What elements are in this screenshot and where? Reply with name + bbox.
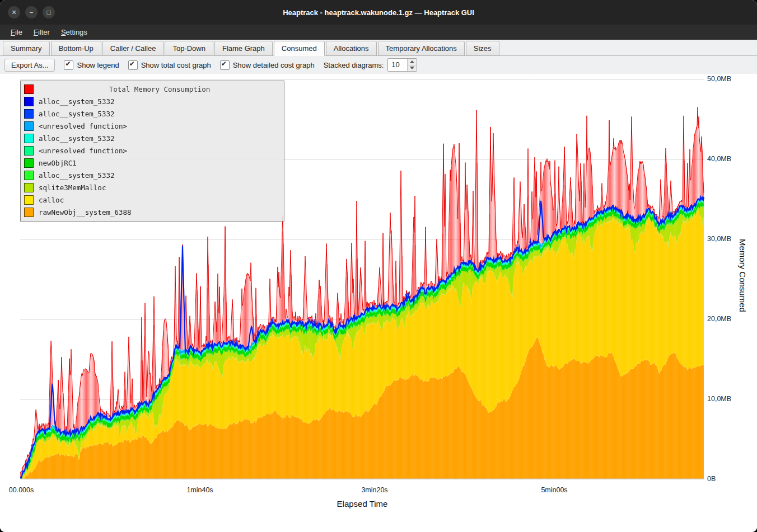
legend-item: <unresolved function> bbox=[21, 120, 284, 132]
legend-item: rawNewObj__system_6388 bbox=[21, 206, 284, 218]
legend-swatch bbox=[24, 208, 34, 217]
x-axis-tick-label: 1min40s bbox=[186, 486, 213, 494]
show-total-cost-checkbox[interactable]: Show total cost graph bbox=[128, 60, 211, 70]
y-axis-tick-label: 20,0MB bbox=[707, 315, 731, 323]
y-axis-tick-label: 30,0MB bbox=[707, 235, 731, 243]
legend-label: newObjRC1 bbox=[39, 159, 77, 167]
show-detailed-cost-label: Show detailed cost graph bbox=[233, 61, 315, 69]
menubar: File Filter Settings bbox=[0, 25, 757, 40]
x-axis-tick-label: 5min00s bbox=[541, 486, 567, 494]
legend-label: rawNewObj__system_6388 bbox=[39, 208, 132, 216]
legend-label: calloc bbox=[39, 196, 64, 204]
checkbox-icon[interactable] bbox=[220, 60, 230, 70]
toolbar: Export As... Show legend Show total cost… bbox=[0, 56, 757, 74]
spin-down-icon[interactable] bbox=[408, 65, 417, 72]
x-axis-tick-label: 00.000s bbox=[9, 486, 34, 494]
legend-label: alloc__system_5332 bbox=[39, 134, 114, 143]
legend-title-row: Total Memory Consumption bbox=[21, 83, 284, 95]
show-legend-label: Show legend bbox=[77, 61, 119, 69]
x-axis-tick-label: 3min20s bbox=[361, 486, 387, 494]
legend-label: alloc__system_5332 bbox=[39, 97, 114, 106]
tab-summary[interactable]: Summary bbox=[3, 41, 50, 56]
export-as-button[interactable]: Export As... bbox=[4, 59, 55, 72]
tab-top-down[interactable]: Top-Down bbox=[165, 41, 213, 56]
legend-swatch bbox=[24, 146, 34, 156]
legend-item: alloc__system_5332 bbox=[21, 169, 284, 181]
legend-swatch bbox=[24, 183, 34, 192]
tab-allocations[interactable]: Allocations bbox=[326, 41, 377, 56]
legend-swatch bbox=[24, 97, 34, 106]
tab-flame-graph[interactable]: Flame Graph bbox=[214, 41, 273, 56]
show-legend-checkbox[interactable]: Show legend bbox=[64, 60, 119, 70]
legend-label: alloc__system_5332 bbox=[39, 171, 114, 180]
legend-item: sqlite3MemMalloc bbox=[21, 181, 284, 194]
legend-label: <unresolved function> bbox=[39, 147, 127, 155]
y-axis-tick-label: 0B bbox=[707, 475, 716, 483]
stacked-diagrams-spinner[interactable]: 10 bbox=[387, 58, 417, 72]
legend-item: alloc__system_5332 bbox=[21, 132, 284, 144]
legend-label: alloc__system_5332 bbox=[39, 110, 114, 118]
spin-up-icon[interactable] bbox=[408, 59, 417, 65]
y-axis-tick-label: 10,0MB bbox=[707, 395, 731, 403]
tab-sizes[interactable]: Sizes bbox=[466, 41, 499, 56]
legend-item: alloc__system_5332 bbox=[21, 95, 284, 107]
legend-label: sqlite3MemMalloc bbox=[39, 183, 106, 192]
legend-swatch bbox=[24, 158, 34, 168]
stacked-diagrams-label: Stacked diagrams: bbox=[324, 61, 384, 69]
y-axis-tick-label: 40,0MB bbox=[707, 155, 731, 163]
show-total-cost-label: Show total cost graph bbox=[141, 61, 211, 69]
stacked-diagrams-group: Stacked diagrams: 10 bbox=[324, 58, 418, 72]
legend-swatch bbox=[24, 109, 34, 119]
legend-item: <unresolved function> bbox=[21, 144, 284, 157]
legend-item: newObjRC1 bbox=[21, 157, 284, 169]
window-controls bbox=[8, 6, 55, 18]
legend-swatch bbox=[24, 121, 34, 131]
window-title: Heaptrack - heaptrack.wakunode.1.gz — He… bbox=[0, 8, 757, 17]
y-axis-tick-label: 50,0MB bbox=[707, 75, 731, 83]
chart-legend: Total Memory Consumption alloc__system_5… bbox=[20, 81, 284, 222]
legend-title: Total Memory Consumption bbox=[39, 85, 281, 93]
legend-swatch bbox=[24, 195, 34, 205]
tab-bar: Summary Bottom-Up Caller / Callee Top-Do… bbox=[0, 40, 757, 56]
consumed-chart-area: Total Memory Consumption alloc__system_5… bbox=[0, 74, 757, 532]
heaptrack-window: Heaptrack - heaptrack.wakunode.1.gz — He… bbox=[0, 0, 757, 532]
maximize-icon[interactable] bbox=[43, 6, 55, 18]
spinner-buttons bbox=[407, 59, 417, 71]
legend-item: alloc__system_5332 bbox=[21, 107, 284, 120]
minimize-icon[interactable] bbox=[25, 6, 38, 18]
tab-bottom-up[interactable]: Bottom-Up bbox=[51, 41, 101, 56]
titlebar: Heaptrack - heaptrack.wakunode.1.gz — He… bbox=[0, 0, 757, 25]
tab-consumed[interactable]: Consumed bbox=[274, 41, 325, 56]
checkbox-icon[interactable] bbox=[64, 60, 73, 70]
tab-temporary-allocations[interactable]: Temporary Allocations bbox=[378, 41, 465, 56]
y-axis-title: Memory Consumed bbox=[738, 239, 747, 312]
tab-caller-callee[interactable]: Caller / Callee bbox=[102, 41, 164, 56]
legend-swatch-total bbox=[24, 84, 34, 94]
legend-item: calloc bbox=[21, 194, 284, 206]
x-axis-title: Elapsed Time bbox=[337, 499, 388, 509]
checkbox-icon[interactable] bbox=[128, 60, 138, 70]
legend-swatch bbox=[24, 171, 34, 180]
menu-file[interactable]: File bbox=[6, 26, 27, 38]
menu-settings[interactable]: Settings bbox=[56, 26, 92, 38]
menu-filter[interactable]: Filter bbox=[29, 26, 55, 38]
legend-label: <unresolved function> bbox=[39, 122, 127, 130]
close-icon[interactable] bbox=[8, 6, 20, 18]
show-detailed-cost-checkbox[interactable]: Show detailed cost graph bbox=[220, 60, 315, 70]
legend-swatch bbox=[24, 134, 34, 143]
stacked-diagrams-value[interactable]: 10 bbox=[388, 59, 407, 71]
